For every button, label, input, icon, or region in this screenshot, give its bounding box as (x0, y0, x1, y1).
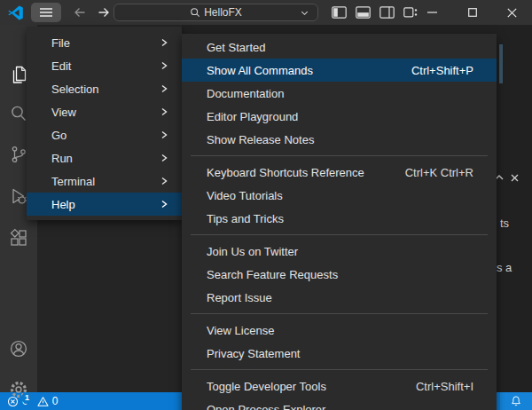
menu-item-edit[interactable]: Edit (27, 54, 182, 77)
arrow-right-icon (97, 5, 111, 20)
hamburger-menu-icon (39, 6, 53, 19)
layout-sidebar-right-icon (379, 6, 395, 19)
close-window-button[interactable] (492, 0, 532, 25)
vscode-window: ts s a 0 0 (0, 0, 532, 410)
submenu-item-label: Toggle Developer Tools (207, 380, 326, 393)
chevron-down-icon (300, 8, 309, 18)
menu-item-label: Go (51, 129, 66, 142)
submenu-item-view-license[interactable]: View License (182, 319, 497, 342)
submenu-item-keyboard-shortcuts-reference[interactable]: Keyboard Shortcuts ReferenceCtrl+K Ctrl+… (182, 161, 497, 184)
submenu-item-show-release-notes[interactable]: Show Release Notes (182, 128, 497, 151)
submenu-chevron-icon (159, 176, 169, 186)
menu-item-label: File (51, 36, 70, 50)
bell-icon (510, 395, 522, 407)
submenu-item-show-all-commands[interactable]: Show All CommandsCtrl+Shift+P (182, 59, 497, 82)
title-bar: HelloFX (0, 0, 532, 25)
layout-sidebar-left-icon (332, 6, 347, 19)
submenu-item-label: Show All Commands (207, 64, 313, 77)
submenu-item-label: Search Feature Requests (207, 268, 338, 281)
menu-item-go[interactable]: Go (27, 123, 182, 146)
keybinding-label: Ctrl+Shift+P (411, 64, 473, 77)
notifications-button[interactable] (500, 392, 532, 410)
keybinding-label: Ctrl+K Ctrl+R (405, 166, 473, 179)
menu-item-run[interactable]: Run (27, 146, 182, 170)
editor-text-fragment: ts (500, 217, 509, 230)
submenu-item-video-tutorials[interactable]: Video Tutorials (182, 184, 497, 207)
submenu-item-label: Keyboard Shortcuts Reference (207, 166, 364, 179)
submenu-item-documentation[interactable]: Documentation (182, 82, 497, 105)
submenu-item-tips-and-tricks[interactable]: Tips and Tricks (182, 207, 497, 230)
submenu-chevron-icon (159, 83, 169, 94)
menu-separator (191, 313, 488, 314)
submenu-item-label: Get Started (207, 41, 265, 54)
submenu-item-editor-playground[interactable]: Editor Playground (182, 105, 497, 128)
submenu-chevron-icon (159, 153, 169, 163)
menu-item-terminal[interactable]: Terminal (27, 170, 182, 193)
maximize-button[interactable] (452, 0, 492, 25)
toggle-primary-sidebar-button[interactable] (331, 4, 347, 20)
menu-item-label: Selection (51, 83, 98, 96)
submenu-item-label: Report Issue (207, 291, 272, 304)
help-submenu: Get Started Show All CommandsCtrl+Shift+… (182, 34, 497, 410)
menu-separator (191, 234, 488, 235)
minimize-icon (427, 12, 437, 13)
close-icon[interactable] (510, 173, 520, 183)
menu-item-label: View (51, 106, 76, 119)
window-controls (412, 0, 532, 25)
command-center-search[interactable]: HelloFX (113, 4, 318, 21)
submenu-chevron-icon (159, 106, 169, 117)
submenu-item-label: Open Process Explorer (207, 403, 325, 410)
menu-item-selection[interactable]: Selection (27, 77, 182, 100)
menu-item-label: Help (51, 198, 75, 211)
menu-item-label: Terminal (51, 175, 95, 188)
close-icon (507, 8, 517, 18)
menu-item-help[interactable]: Help (27, 193, 182, 216)
menu-item-view[interactable]: View (27, 100, 182, 123)
menu-item-label: Edit (51, 59, 71, 73)
submenu-item-get-started[interactable]: Get Started (182, 35, 497, 59)
menu-item-label: Run (51, 152, 73, 165)
go-forward-button[interactable] (96, 5, 111, 20)
submenu-item-search-feature-requests[interactable]: Search Feature Requests (182, 263, 497, 286)
submenu-item-join-us-on-twitter[interactable]: Join Us on Twitter (182, 240, 497, 263)
submenu-chevron-icon (159, 60, 169, 71)
maximize-icon (468, 8, 477, 17)
command-center-value: HelloFX (204, 6, 242, 19)
scrollbar[interactable] (499, 44, 503, 83)
search-icon (190, 7, 200, 18)
extensions-icon[interactable] (8, 227, 29, 248)
submenu-chevron-icon (159, 130, 169, 140)
submenu-item-label: Show Release Notes (207, 133, 314, 146)
layout-controls (331, 0, 419, 25)
settings-gear-icon[interactable]: 1 (8, 379, 29, 400)
accounts-icon[interactable] (8, 338, 29, 359)
application-menu-button[interactable] (31, 3, 61, 22)
go-back-button[interactable] (72, 5, 87, 20)
editor-text-fragment: s a (497, 261, 512, 274)
keybinding-label: Ctrl+Shift+I (416, 380, 473, 393)
toggle-secondary-sidebar-button[interactable] (379, 4, 395, 20)
submenu-item-privacy-statement[interactable]: Privacy Statement (182, 342, 497, 365)
submenu-item-label: Privacy Statement (207, 347, 301, 360)
toggle-panel-button[interactable] (355, 4, 371, 20)
submenu-item-label: Join Us on Twitter (207, 245, 298, 258)
submenu-item-label: View License (207, 324, 274, 337)
submenu-item-report-issue[interactable]: Report Issue (182, 286, 497, 309)
warning-count: 0 (52, 395, 59, 407)
application-menu: File Edit Selection View Go Run Terminal… (27, 27, 182, 220)
warnings-icon (37, 396, 49, 407)
submenu-item-label: Tips and Tricks (207, 212, 284, 225)
menu-item-file[interactable]: File (27, 31, 182, 54)
submenu-item-label: Editor Playground (207, 110, 298, 123)
settings-badge: 1 (21, 392, 33, 404)
submenu-chevron-icon (159, 37, 169, 48)
submenu-item-open-process-explorer[interactable]: Open Process Explorer (182, 398, 497, 410)
minimize-button[interactable] (412, 0, 452, 25)
submenu-chevron-icon (159, 199, 169, 209)
submenu-item-label: Documentation (207, 87, 284, 100)
arrow-left-icon (73, 5, 87, 20)
vscode-logo (7, 4, 24, 21)
layout-panel-icon (356, 6, 371, 19)
submenu-item-label: Video Tutorials (207, 189, 283, 202)
submenu-item-toggle-developer-tools[interactable]: Toggle Developer ToolsCtrl+Shift+I (182, 375, 497, 398)
